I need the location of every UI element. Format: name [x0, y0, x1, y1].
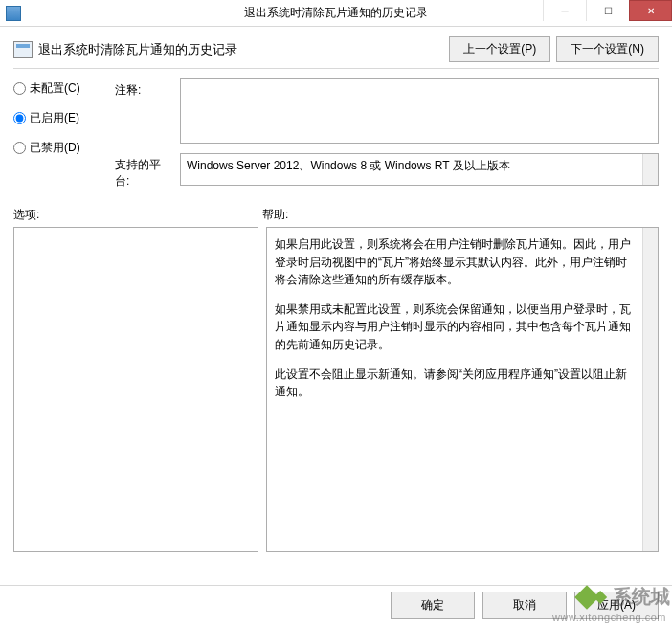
- policy-icon: [13, 41, 33, 58]
- options-pane: [13, 227, 258, 552]
- next-setting-button[interactable]: 下一个设置(N): [556, 36, 659, 62]
- minimize-button[interactable]: ─: [543, 0, 586, 21]
- radio-not-configured-label: 未配置(C): [30, 80, 80, 97]
- apply-button[interactable]: 应用(A): [574, 592, 659, 619]
- policy-heading: 退出系统时清除瓦片通知的历史记录: [13, 41, 237, 58]
- supported-platform-box: Windows Server 2012、Windows 8 或 Windows …: [180, 153, 659, 186]
- help-paragraph-3: 此设置不会阻止显示新通知。请参阅“关闭应用程序通知”设置以阻止新通知。: [275, 366, 637, 401]
- help-pane: 如果启用此设置，则系统将会在用户注销时删除瓦片通知。因此，用户登录时启动视图中的…: [266, 227, 659, 552]
- radio-enabled[interactable]: 已启用(E): [13, 110, 100, 126]
- comment-label: 注释:: [115, 78, 172, 99]
- help-paragraph-2: 如果禁用或未配置此设置，则系统会保留通知，以便当用户登录时，瓦片通知显示内容与用…: [275, 301, 637, 354]
- previous-setting-button[interactable]: 上一个设置(P): [449, 36, 550, 62]
- supported-platform-text: Windows Server 2012、Windows 8 或 Windows …: [187, 159, 510, 172]
- scrollbar[interactable]: [642, 228, 658, 551]
- radio-not-configured-input[interactable]: [13, 82, 26, 95]
- platform-label: 支持的平台:: [115, 153, 172, 190]
- options-label: 选项:: [13, 207, 262, 223]
- app-icon: [6, 6, 21, 21]
- radio-not-configured[interactable]: 未配置(C): [13, 80, 100, 97]
- title-bar: 退出系统时清除瓦片通知的历史记录 ─ ☐ ✕: [0, 0, 672, 27]
- cancel-button[interactable]: 取消: [482, 592, 567, 619]
- help-label: 帮助:: [262, 207, 288, 223]
- radio-enabled-label: 已启用(E): [30, 110, 79, 126]
- radio-disabled-label: 已禁用(D): [30, 140, 80, 156]
- comment-textarea[interactable]: [180, 78, 659, 144]
- window-controls: ─ ☐ ✕: [543, 0, 672, 26]
- divider: [13, 68, 659, 69]
- maximize-button[interactable]: ☐: [586, 0, 629, 21]
- close-button[interactable]: ✕: [629, 0, 672, 21]
- policy-title: 退出系统时清除瓦片通知的历史记录: [38, 41, 237, 58]
- help-paragraph-1: 如果启用此设置，则系统将会在用户注销时删除瓦片通知。因此，用户登录时启动视图中的…: [275, 235, 637, 289]
- dialog-footer: 确定 取消 应用(A): [0, 585, 672, 625]
- radio-disabled-input[interactable]: [13, 142, 26, 154]
- ok-button[interactable]: 确定: [391, 592, 475, 619]
- radio-enabled-input[interactable]: [13, 112, 26, 124]
- radio-disabled[interactable]: 已禁用(D): [13, 140, 100, 156]
- scrollbar[interactable]: [642, 154, 658, 185]
